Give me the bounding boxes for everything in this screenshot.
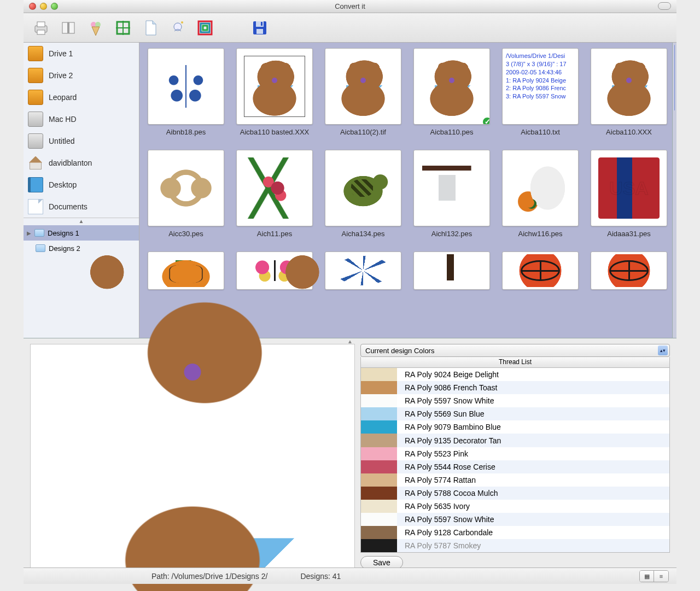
thread-swatch [361, 500, 397, 513]
thread-label: RA Poly 5544 Rose Cerise [397, 463, 495, 471]
print-button[interactable] [30, 17, 52, 39]
thread-label: RA Poly 9024 Beige Delight [397, 370, 499, 379]
color-mode-label: Current design Colors [365, 347, 434, 355]
thread-label: RA Poly 5774 Rattan [397, 476, 476, 484]
butterfly-icon [155, 56, 217, 117]
thread-row[interactable]: RA Poly 9024 Beige Delight [361, 368, 669, 381]
grid-cell[interactable] [499, 251, 581, 338]
grid-view-icon[interactable]: ▦ [640, 571, 654, 582]
grid-cell[interactable]: Aicba110.XXX [588, 48, 670, 144]
grid-cell[interactable]: /Volumes/Drive 1/Desi3 (7/8)" x 3 (9/16)… [499, 48, 581, 144]
grid-scrollbar[interactable] [672, 43, 676, 338]
grid-thumb [591, 150, 667, 226]
drive-item[interactable]: Untitled [24, 130, 139, 152]
bear-icon [332, 56, 394, 117]
thread-row[interactable]: RA Poly 5544 Rose Cerise [361, 460, 669, 473]
grid-thumb: ✓ [413, 48, 490, 125]
thread-label: RA Poly 5635 Ivory [397, 502, 470, 511]
grid-filename: Aicba110.txt [521, 128, 560, 136]
drive-item[interactable]: Mac HD [24, 108, 139, 130]
drive-item[interactable]: Drive 2 [24, 65, 139, 86]
grid-filename: Aibnb18.pes [166, 128, 206, 136]
drive-label: Drive 2 [49, 71, 73, 80]
thread-label: RA Poly 5597 Snow White [397, 515, 494, 524]
view-mode-toggle[interactable]: ▦ ≡ [639, 570, 669, 582]
grid-thumb [325, 48, 401, 125]
list-view-icon[interactable]: ≡ [654, 571, 668, 582]
grid-thumb-text: /Volumes/Drive 1/Desi3 (7/8)" x 3 (9/16)… [502, 48, 579, 125]
drive-label: Untitled [49, 137, 74, 145]
svg-rect-13 [201, 24, 209, 32]
grid-filename: Aicba110 basted.XXX [240, 128, 309, 136]
titlebar: Convert it [24, 0, 676, 13]
drive-item[interactable]: Leopard [24, 86, 139, 108]
grid-cell[interactable]: Aicba110 basted.XXX [234, 48, 316, 144]
grid-thumb [502, 150, 579, 226]
grid-filename: Aidaaa31.pes [607, 230, 651, 238]
bball-icon [510, 254, 571, 287]
bear-icon [598, 56, 660, 117]
thread-swatch [361, 407, 397, 420]
thread-row[interactable]: RA Poly 5523 Pink [361, 447, 669, 460]
thread-label: RA Poly 5523 Pink [397, 449, 468, 458]
thread-row[interactable]: RA Poly 9079 Bambino Blue [361, 420, 669, 434]
thread-swatch [361, 381, 397, 394]
thread-row[interactable]: RA Poly 5787 Smokey [361, 539, 669, 552]
drive-icon [28, 46, 43, 61]
bball-icon [598, 254, 660, 287]
thread-label: RA Poly 9086 French Toast [397, 383, 497, 392]
ghost-icon [510, 157, 571, 219]
grid-cell[interactable]: Aidaaa31.pes [588, 150, 670, 246]
thread-label: RA Poly 9128 Carbondale [397, 528, 493, 537]
icecream-icon[interactable] [85, 17, 107, 39]
thread-row[interactable]: RA Poly 9135 Decorator Tan [361, 434, 669, 447]
thread-swatch [361, 513, 397, 526]
drive-label: Drive 1 [49, 49, 73, 58]
thread-row[interactable]: RA Poly 5788 Cocoa Mulch [361, 487, 669, 500]
drive-label: Leopard [49, 93, 77, 102]
toolbar-pill-icon[interactable] [658, 2, 671, 10]
dropdown-arrows-icon: ▴▾ [658, 346, 668, 355]
wizard-icon[interactable] [167, 17, 189, 39]
thread-label: RA Poly 9079 Bambino Blue [397, 423, 501, 431]
svg-rect-14 [203, 26, 207, 30]
thread-list[interactable]: RA Poly 9024 Beige DelightRA Poly 9086 F… [360, 368, 670, 553]
thread-label: RA Poly 5597 Snow White [397, 396, 494, 405]
hoop-icon[interactable] [112, 17, 134, 39]
grid-cell[interactable] [588, 251, 670, 338]
thread-swatch [361, 487, 397, 500]
thread-row[interactable]: RA Poly 5597 Snow White [361, 394, 669, 407]
new-page-icon[interactable] [139, 17, 161, 39]
thread-row[interactable]: RA Poly 9086 French Toast [361, 381, 669, 394]
usa-icon [598, 157, 660, 219]
drive-label: Mac HD [49, 115, 77, 124]
grid-filename: Aicba110(2).tif [340, 128, 386, 136]
thread-swatch [361, 420, 397, 434]
thread-row[interactable]: RA Poly 5635 Ivory [361, 500, 669, 513]
svg-rect-4 [67, 22, 69, 33]
grid-cell[interactable]: Aichw116.pes [499, 150, 581, 246]
panel-toggle-button[interactable] [57, 17, 79, 39]
drive-item[interactable]: Drive 1 [24, 43, 139, 65]
window-title: Convert it [24, 2, 676, 10]
thread-row[interactable]: RA Poly 5774 Rattan [361, 473, 669, 487]
grid-filename: Aicba110.XXX [606, 128, 652, 136]
design-preview [30, 344, 355, 569]
thread-swatch [361, 526, 397, 539]
thread-row[interactable]: RA Poly 5597 Snow White [361, 513, 669, 526]
thread-row[interactable]: RA Poly 9128 Carbondale [361, 526, 669, 539]
status-bar: Path: /Volumes/Drive 1/Designs 2/ Design… [24, 567, 676, 584]
thread-swatch [361, 447, 397, 460]
color-mode-select[interactable]: Current design Colors ▴▾ [360, 344, 670, 357]
thread-swatch [361, 368, 397, 381]
grid-cell[interactable]: ✓Aicba110.pes [411, 48, 493, 144]
grid-cell[interactable]: Aicba110(2).tif [322, 48, 404, 144]
grid-cell[interactable]: Aibnb18.pes [145, 48, 227, 144]
spiral-icon[interactable] [194, 17, 216, 39]
svg-point-11 [181, 21, 183, 24]
svg-rect-2 [37, 30, 45, 34]
save-disk-icon[interactable] [249, 17, 271, 39]
thread-label: RA Poly 5787 Smokey [397, 541, 481, 550]
drive-icon [28, 133, 43, 149]
thread-row[interactable]: RA Poly 5569 Sun Blue [361, 407, 669, 420]
